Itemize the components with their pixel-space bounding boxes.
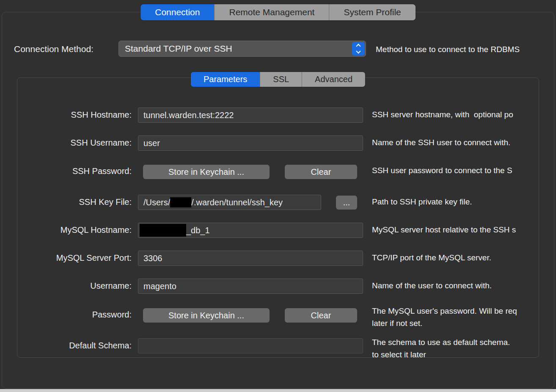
ssh-username-help: Name of the SSH user to connect with. (372, 136, 538, 149)
mysql-hostname-input[interactable]: _db_1 (138, 223, 363, 238)
connection-method-label: Connection Method: (14, 44, 94, 54)
ssh-password-label: SSH Password: (26, 166, 132, 176)
connection-method-select[interactable]: Standard TCP/IP over SSH (118, 41, 366, 57)
chevron-up-icon (356, 44, 361, 48)
ssh-key-file-prefix: /Users/ (143, 198, 170, 207)
mysql-hostname-label: MySQL Hostname: (26, 225, 132, 235)
tab-parameters[interactable]: Parameters (191, 72, 260, 87)
tab-advanced[interactable]: Advanced (302, 72, 365, 87)
tab-connection[interactable]: Connection (140, 4, 214, 20)
ssh-username-label: SSH Username: (26, 138, 132, 148)
password-clear-button[interactable]: Clear (285, 308, 357, 323)
chevron-down-icon (356, 49, 361, 53)
mysql-hostname-suffix: _db_1 (186, 226, 210, 235)
mysql-server-port-help: TCP/IP port of the MySQL server. (372, 251, 538, 264)
ssh-username-input[interactable] (138, 135, 363, 151)
password-label: Password: (26, 310, 132, 320)
ssh-hostname-help: SSH server hostname, with optional po (372, 108, 538, 121)
username-label: Username: (26, 281, 132, 291)
ssh-key-file-browse-button[interactable]: ... (336, 196, 357, 210)
parameters-panel: SSH Hostname: SSH server hostname, with … (17, 77, 539, 358)
redaction-box (170, 197, 191, 207)
password-store-keychain-button[interactable]: Store in Keychain ... (143, 308, 270, 323)
main-tabbar: Connection Remote Management System Prof… (140, 4, 416, 20)
username-input[interactable] (138, 279, 363, 294)
redaction-box (140, 224, 186, 237)
tab-system-profile[interactable]: System Profile (329, 4, 415, 20)
ssh-key-file-suffix: /.warden/tunnel/ssh_key (191, 198, 283, 207)
ssh-password-clear-button[interactable]: Clear (285, 165, 357, 179)
tab-remote-management[interactable]: Remote Management (214, 4, 329, 20)
default-schema-label: Default Schema: (26, 341, 132, 351)
ssh-key-file-label: SSH Key File: (26, 197, 132, 207)
parameters-tabbar: Parameters SSL Advanced (191, 72, 365, 87)
ssh-hostname-label: SSH Hostname: (26, 110, 132, 120)
connection-method-value: Standard TCP/IP over SSH (119, 44, 352, 54)
connection-method-help: Method to use to connect to the RDBMS (376, 45, 520, 54)
dropdown-stepper (352, 42, 365, 55)
bottom-strip (0, 389, 556, 392)
password-help: The MySQL user's password. Will be req l… (372, 305, 538, 329)
ssh-key-file-help: Path to SSH private key file. (372, 196, 538, 208)
default-schema-help: The schema to use as default schema. to … (372, 336, 538, 358)
mysql-hostname-help: MySQL server host relative to the SSH s (372, 224, 538, 236)
mysql-server-port-input[interactable] (138, 251, 363, 266)
username-help: Name of the user to connect with. (372, 279, 538, 292)
ssh-key-file-input[interactable]: /Users//.warden/tunnel/ssh_key (138, 195, 321, 210)
mysql-server-port-label: MySQL Server Port: (26, 253, 132, 263)
default-schema-input[interactable] (138, 338, 363, 353)
ssh-hostname-input[interactable] (138, 108, 363, 123)
ssh-password-store-keychain-button[interactable]: Store in Keychain ... (143, 165, 270, 179)
ssh-password-help: SSH user password to connect to the S (372, 164, 538, 177)
tab-ssl[interactable]: SSL (260, 72, 302, 87)
